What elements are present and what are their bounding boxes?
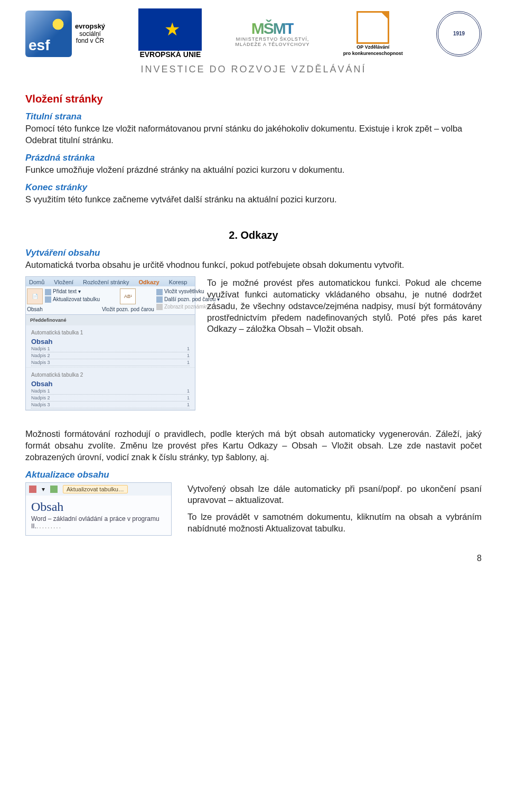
op-square-icon	[356, 11, 389, 44]
update-icon	[45, 296, 51, 303]
op-logo: OP Vzdělávání pro konkurenceschopnost	[343, 11, 403, 57]
ribbon-obsah-label: Obsah	[27, 306, 42, 312]
funding-logos-strip: esf evropský sociální fond v ČR ★ EVROPS…	[25, 5, 482, 61]
update-toc-toolbar: ▾ Aktualizovat tabulku…	[26, 483, 171, 496]
subheading-titulni: Titulní strana	[25, 111, 482, 122]
ribbon-tabs: Domů Vložení Rozložení stránky Odkazy Ko…	[26, 277, 195, 286]
ribbon-tab-active: Odkazy	[138, 279, 159, 285]
toc-template-2: Automatická tabulka 2 Obsah Nadpis 11 Na…	[26, 368, 195, 410]
endnote-icon	[156, 289, 163, 295]
show-notes-icon	[156, 304, 163, 310]
header-tagline: INVESTICE DO ROZVOJE VZDĚLÁVÁNÍ	[25, 64, 482, 75]
add-text-icon	[45, 289, 51, 295]
msmt-mark-icon: MŠMT	[251, 20, 294, 37]
toc-row: Nadpis 21	[31, 352, 190, 359]
school-logo: 1919	[436, 11, 482, 57]
toc-title: Obsah	[31, 338, 190, 346]
paragraph-format: Možnosti formátování rozhodují o pravidl…	[25, 428, 482, 463]
esf-line3: fond v ČR	[75, 38, 105, 44]
ribbon-add-text: Přidat text ▾	[45, 288, 100, 295]
esf-line2: sociální	[75, 31, 105, 38]
page-number: 8	[25, 554, 482, 563]
toc-row: Nadpis 11	[31, 388, 190, 395]
subheading-vytvareni: Vytváření obsahu	[25, 248, 482, 258]
subheading-aktualizace: Aktualizace obsahu	[25, 470, 482, 480]
refresh-icon	[50, 486, 58, 493]
footnote-caption: Vložit pozn. pod čarou	[102, 306, 154, 312]
paragraph-vytvareni: Automatická tvorba obsahu je určitě vhod…	[25, 259, 482, 271]
next-footnote-icon	[156, 296, 163, 303]
paragraph-prazdna: Funkce umožňuje vložení prázdné stránky …	[25, 164, 482, 176]
subheading-prazdna: Prázdná stránka	[25, 153, 482, 163]
ribbon-tab: Vložení	[54, 279, 73, 285]
footnote-ab-icon: AB¹	[120, 288, 136, 304]
op-line1: OP Vzdělávání	[356, 45, 389, 50]
ribbon-update-table: Aktualizovat tabulku	[45, 296, 100, 303]
ribbon-body: 📄 Obsah Přidat text ▾ Aktualizovat tabul…	[26, 286, 195, 314]
update-toc-screenshot: ▾ Aktualizovat tabulku… Obsah Word – zák…	[25, 482, 172, 536]
section-title-vlozeni: Vložení stránky	[25, 93, 482, 105]
word-ribbon-screenshot: Domů Vložení Rozložení stránky Odkazy Ko…	[25, 276, 195, 410]
ribbon-tab: Koresp	[169, 279, 187, 285]
toc-row: Nadpis 21	[31, 395, 190, 402]
ribbon-tab: Rozložení stránky	[83, 279, 129, 285]
toc-icon	[29, 486, 36, 493]
paragraph-akt2: To lze provádět v samotném dokumentu, kl…	[187, 511, 482, 535]
paragraph-akt1: Vytvořený obsah lze dále automaticky při…	[187, 483, 482, 507]
esf-logo: esf evropský sociální fond v ČR	[25, 11, 105, 57]
subheading-konec: Konec stránky	[25, 182, 482, 193]
gear-icon: 1919	[436, 11, 482, 57]
paragraph-side: To je možné provést přes automatickou fu…	[207, 277, 482, 335]
toc-title: Obsah	[26, 496, 171, 514]
msmt-logo: MŠMT MINISTERSTVO ŠKOLSTVÍ, MLÁDEŽE A TĚ…	[236, 20, 310, 48]
toc-icon: 📄	[27, 288, 43, 304]
esf-caption: evropský sociální fond v ČR	[75, 23, 105, 44]
toc-entry: Word – základní ovládání a práce v progr…	[26, 514, 171, 535]
msmt-line2: MLÁDEŽE A TĚLOVÝCHOVY	[236, 42, 310, 48]
toc-template-1: Automatická tabulka 1 Obsah Nadpis 11 Na…	[26, 325, 195, 368]
op-line2: pro konkurenceschopnost	[343, 51, 403, 57]
eu-caption: EVROPSKÁ UNIE	[139, 51, 201, 59]
esf-square-icon: esf	[25, 11, 72, 57]
paragraph-konec: S využitím této funkce začneme vytvářet …	[25, 194, 482, 206]
toc-row: Nadpis 31	[31, 402, 190, 408]
gear-year: 1919	[453, 31, 465, 36]
update-table-button: Aktualizovat tabulku…	[63, 485, 128, 493]
toc-template-caption: Automatická tabulka 2	[31, 372, 190, 378]
toc-row: Nadpis 31	[31, 359, 190, 366]
section-heading-odkazy: 2. Odkazy	[25, 229, 482, 241]
esf-line1: evropský	[75, 22, 105, 30]
eu-flag-icon: ★	[138, 8, 202, 51]
toc-row: Nadpis 11	[31, 346, 190, 352]
toc-title: Obsah	[31, 380, 190, 388]
toc-template-caption: Automatická tabulka 1	[31, 330, 190, 335]
paragraph-titulni: Pomocí této funkce lze vložit naformátov…	[25, 123, 482, 146]
predefined-header: Předdefinované	[26, 315, 195, 325]
ribbon-tab: Domů	[29, 279, 44, 285]
eu-logo: ★ EVROPSKÁ UNIE	[138, 8, 202, 59]
